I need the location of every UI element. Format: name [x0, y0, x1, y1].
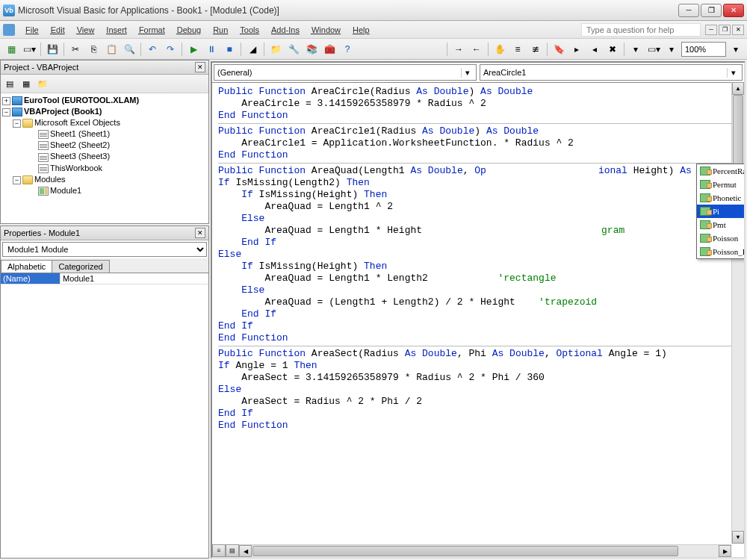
view-object-button[interactable]: ▦	[19, 76, 34, 91]
properties-panel: Properties - Module1 ✕ Module1 Module Al…	[0, 225, 209, 559]
break-button[interactable]: ⏸	[203, 41, 220, 57]
clear-bookmarks-button[interactable]: ✖	[604, 41, 621, 57]
menu-tools[interactable]: Tools	[234, 24, 265, 36]
window-title: Microsoft Visual Basic for Applications …	[18, 5, 678, 16]
project-explorer-button[interactable]: 📁	[267, 41, 284, 57]
tree-node-excel-objects[interactable]: −Microsoft Excel Objects	[2, 117, 207, 128]
tree-node-sheet3[interactable]: Sheet3 (Sheet3)	[2, 151, 207, 162]
scroll-right-button[interactable]: ▶	[719, 545, 731, 557]
intellisense-popup[interactable]: PercentRank_Inc Permut Phonetic Pi Pmt P…	[696, 164, 744, 259]
scroll-left-button[interactable]: ◀	[239, 545, 252, 557]
browser-icon: 📚	[306, 44, 317, 55]
undo-button[interactable]: ↶	[144, 41, 161, 57]
menu-insert[interactable]: Insert	[100, 24, 133, 36]
copy-button[interactable]: ⎘	[85, 41, 102, 57]
prev-bookmark-button[interactable]: ◂	[586, 41, 603, 57]
scroll-thumb[interactable]	[252, 546, 678, 556]
cut-button[interactable]: ✂	[67, 41, 84, 57]
properties-button[interactable]: 🔧	[285, 41, 302, 57]
property-value[interactable]: Module1	[61, 273, 208, 284]
chevron-down-icon: ▾	[461, 68, 473, 78]
tree-node-eurotool[interactable]: +EuroTool (EUROTOOL.XLAM)	[2, 95, 207, 106]
menu-run[interactable]: Run	[207, 24, 234, 36]
menu-help[interactable]: Help	[347, 24, 376, 36]
find-button[interactable]: 🔍	[121, 41, 137, 57]
system-menu-icon[interactable]	[3, 24, 15, 36]
intellisense-item[interactable]: Phonetic	[697, 191, 744, 205]
help-button[interactable]: ?	[339, 41, 356, 57]
menu-file[interactable]: File	[19, 24, 45, 36]
project-tree[interactable]: +EuroTool (EUROTOOL.XLAM) −VBAProject (B…	[1, 93, 208, 223]
intellisense-item[interactable]: Pmt	[697, 218, 744, 231]
procedure-dropdown[interactable]: AreaCircle1▾	[480, 64, 743, 81]
mdi-restore-button[interactable]: ❐	[719, 25, 731, 35]
procedure-view-button[interactable]: ≡	[212, 544, 226, 557]
method-icon	[700, 167, 710, 175]
project-panel-close-button[interactable]: ✕	[195, 62, 205, 72]
bookmark-button[interactable]: 🔖	[551, 41, 567, 57]
tb-extra2-button[interactable]: ▭▾	[645, 41, 662, 57]
next-bookmark-button[interactable]: ▸	[568, 41, 585, 57]
menu-debug[interactable]: Debug	[171, 24, 207, 36]
tab-alphabetic[interactable]: Alphabetic	[1, 260, 52, 273]
menu-addins[interactable]: Add-Ins	[265, 24, 306, 36]
comment-button[interactable]: ≡	[509, 41, 526, 57]
scroll-up-button[interactable]: ▲	[732, 82, 744, 95]
vertical-scrollbar[interactable]: ▲ ▼	[731, 82, 744, 544]
tree-node-thisworkbook[interactable]: ThisWorkbook	[2, 163, 207, 174]
intellisense-item[interactable]: Poisson_Dist	[697, 245, 744, 258]
maximize-button[interactable]: ❐	[701, 4, 722, 17]
menu-format[interactable]: Format	[133, 24, 171, 36]
paste-button[interactable]: 📋	[103, 41, 120, 57]
tree-node-sheet2[interactable]: Sheet2 (Sheet2)	[2, 140, 207, 151]
save-button[interactable]: 💾	[44, 41, 61, 57]
scroll-thumb[interactable]	[733, 95, 743, 169]
outdent-button[interactable]: ←	[468, 41, 485, 57]
zoom-combo[interactable]	[681, 42, 726, 57]
project-explorer-panel: Project - VBAProject ✕ ▤ ▦ 📁 +EuroTool (…	[0, 60, 209, 224]
run-button[interactable]: ▶	[185, 41, 202, 57]
reset-button[interactable]: ■	[221, 41, 238, 57]
help-search-input[interactable]	[581, 23, 701, 37]
indent-button[interactable]: →	[450, 41, 467, 57]
view-code-button[interactable]: ▤	[2, 76, 17, 91]
redo-button[interactable]: ↷	[162, 41, 179, 57]
tree-node-modules[interactable]: −Modules	[2, 174, 207, 185]
intellisense-item[interactable]: Permut	[697, 178, 744, 191]
object-dropdown[interactable]: (General)▾	[214, 64, 477, 81]
full-module-view-button[interactable]: ▤	[226, 544, 239, 557]
insert-dropdown-button[interactable]: ▭▾	[21, 41, 37, 57]
toolbox-button[interactable]: 🧰	[321, 41, 338, 57]
tree-node-module1[interactable]: Module1	[2, 185, 207, 196]
design-icon: ◢	[249, 44, 256, 55]
toolbar-overflow-button[interactable]: ▾	[728, 41, 744, 57]
minimize-button[interactable]: ─	[678, 4, 699, 17]
view-excel-button[interactable]: ▦	[3, 41, 19, 57]
properties-panel-close-button[interactable]: ✕	[195, 228, 205, 238]
property-key: (Name)	[1, 273, 61, 284]
code-editor[interactable]: Public Function AreaCircle(Radius As Dou…	[212, 83, 744, 557]
intellisense-item-selected[interactable]: Pi	[697, 205, 744, 218]
mdi-minimize-button[interactable]: ─	[705, 25, 717, 35]
scroll-down-button[interactable]: ▼	[732, 531, 744, 544]
horizontal-scrollbar[interactable]: ◀ ▶	[239, 544, 731, 557]
properties-grid[interactable]: (Name) Module1	[1, 273, 208, 558]
close-button[interactable]: ✕	[723, 4, 744, 17]
properties-object-combo[interactable]: Module1 Module	[2, 242, 207, 257]
menu-edit[interactable]: Edit	[45, 24, 71, 36]
menu-window[interactable]: Window	[306, 24, 347, 36]
tb-extra1-button[interactable]: ▾	[627, 41, 644, 57]
intellisense-item[interactable]: PercentRank_Inc	[697, 164, 744, 178]
breakpoint-button[interactable]: ✋	[492, 41, 508, 57]
tree-node-vbaproject[interactable]: −VBAProject (Book1)	[2, 106, 207, 117]
menu-view[interactable]: View	[71, 24, 101, 36]
tab-categorized[interactable]: Categorized	[52, 260, 109, 273]
toggle-folders-button[interactable]: 📁	[35, 76, 50, 91]
intellisense-item[interactable]: Poisson	[697, 231, 744, 245]
uncomment-button[interactable]: ≢	[527, 41, 544, 57]
object-browser-button[interactable]: 📚	[303, 41, 320, 57]
design-mode-button[interactable]: ◢	[244, 41, 261, 57]
tb-extra3-button[interactable]: ▾	[663, 41, 680, 57]
mdi-close-button[interactable]: ✕	[732, 25, 744, 35]
tree-node-sheet1[interactable]: Sheet1 (Sheet1)	[2, 128, 207, 140]
